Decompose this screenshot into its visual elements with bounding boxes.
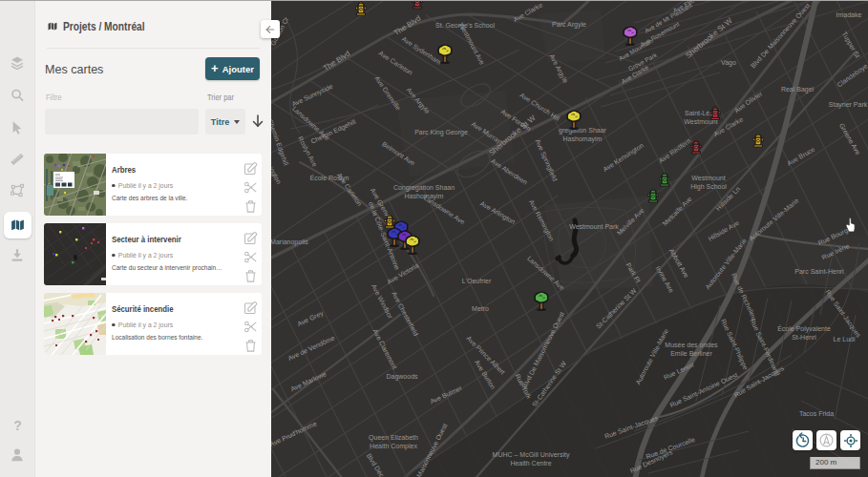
- svg-text:Stayner Park: Stayner Park: [829, 101, 868, 109]
- svg-text:École Roslyn: École Roslyn: [310, 174, 349, 182]
- svg-text:Parc King George: Parc King George: [414, 129, 468, 136]
- svg-text:Parc Saint-Henri: Parc Saint-Henri: [794, 268, 844, 275]
- svg-text:WestmountHigh School: WestmountHigh School: [690, 175, 727, 191]
- svg-text:Queen ElizabethHealth Complex: Queen ElizabethHealth Complex: [369, 434, 418, 450]
- svg-text:Westmount Park: Westmount Park: [569, 223, 619, 230]
- svg-text:L'Oeufrier: L'Oeufrier: [462, 278, 492, 284]
- svg-text:Le Ludi: Le Ludi: [834, 336, 856, 342]
- svg-text:Imadake: Imadake: [836, 11, 862, 18]
- svg-text:Metro: Metro: [472, 305, 489, 312]
- svg-text:Musée des ondesEmile Berliner: Musée des ondesEmile Berliner: [665, 342, 718, 357]
- svg-text:Real Bagel: Real Bagel: [781, 86, 815, 93]
- svg-text:e Marianopolis: e Marianopolis: [271, 238, 308, 246]
- svg-text:Dagwoods: Dagwoods: [386, 373, 418, 381]
- svg-text:gregation ShaarHashomayim: gregation ShaarHashomayim: [559, 127, 606, 143]
- svg-text:Tacos Frida: Tacos Frida: [799, 410, 834, 417]
- svg-text:Parc Argyle: Parc Argyle: [552, 21, 586, 29]
- svg-text:Vago: Vago: [721, 59, 736, 67]
